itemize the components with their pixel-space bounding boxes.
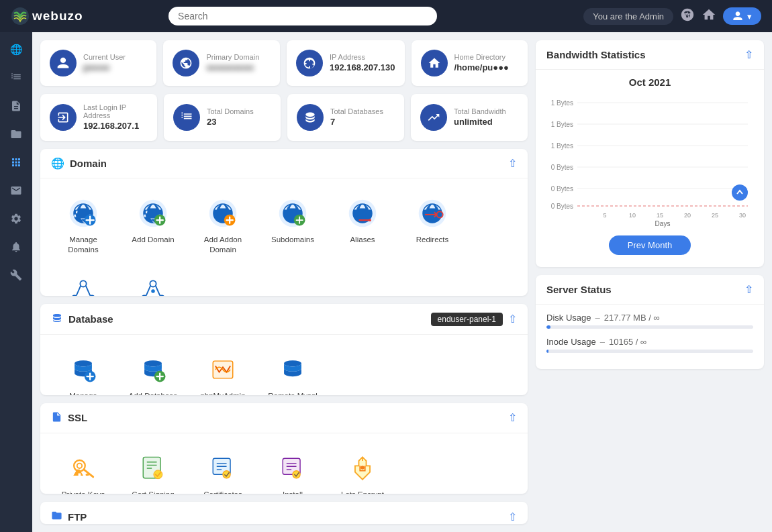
manage-domains-label: Manage Domains — [55, 235, 111, 255]
inode-usage-label-text: Inode Usage — [546, 337, 596, 347]
add-database-icon — [136, 352, 171, 387]
database-section-body: Manage Databases — [40, 335, 528, 395]
svg-text:25: 25 — [712, 212, 718, 219]
database-collapse-btn[interactable]: ⇧ — [508, 313, 517, 325]
ip-address-text: IP Address 192.168.207.130 — [330, 53, 395, 73]
info-card-primary-domain: Primary Domain ●●●●●●●●● — [163, 40, 279, 86]
domain-title-icon: 🌐 — [51, 157, 64, 170]
wordpress-icon-btn[interactable] — [680, 7, 695, 25]
total-databases-value: 7 — [330, 117, 335, 127]
bandwidth-collapse-btn[interactable]: ⇧ — [744, 48, 753, 61]
info-card-current-user: Current User p●●●● — [40, 40, 156, 86]
info-card-home-dir: Home Directory /home/pu●●● — [412, 40, 528, 86]
total-bandwidth-icon — [420, 104, 447, 131]
redirects-icon — [415, 196, 450, 231]
manage-domains-icon — [66, 196, 101, 231]
bandwidth-panel: Bandwidth Statistics ⇧ Oct 2021 1 Bytes … — [536, 40, 764, 267]
sidebar-icon-apps[interactable] — [4, 150, 28, 174]
last-login-value: 192.168.207.1 — [83, 121, 139, 131]
add-database-item[interactable]: Add Database — [121, 345, 185, 395]
current-user-label: Current User — [83, 53, 126, 61]
ssl-section-header: SSL ⇧ — [40, 403, 528, 433]
chart-area: Oct 2021 1 Bytes 1 Bytes 1 Bytes 0 Bytes… — [536, 70, 764, 267]
home-dir-value: /home/pu●●● — [454, 62, 509, 72]
svg-text:20: 20 — [684, 212, 691, 219]
last-login-icon — [50, 104, 77, 131]
primary-domain-text: Primary Domain ●●●●●●●●● — [206, 53, 259, 73]
home-dir-icon — [421, 50, 448, 76]
center-column: Current User p●●●● Primary Domain ●●●●●●… — [40, 40, 528, 524]
total-databases-icon — [297, 104, 324, 131]
sidebar-icon-settings[interactable] — [4, 207, 28, 231]
svg-point-11 — [369, 219, 371, 221]
dns-zone-item[interactable]: DNS Zone Settings — [51, 267, 115, 296]
navbar-logo[interactable]: webuzo — [11, 7, 91, 25]
add-domain-item[interactable]: Add Domain — [121, 189, 185, 262]
sidebar-icon-tools[interactable] — [4, 263, 28, 287]
svg-line-25 — [156, 286, 160, 296]
subdomains-icon — [275, 196, 310, 231]
server-status-title: Server Status — [546, 284, 612, 295]
prev-month-button[interactable]: Prev Month — [609, 235, 691, 255]
server-status-collapse-btn[interactable]: ⇧ — [744, 283, 753, 296]
phpmyadmin-item[interactable]: phpMyAdmin — [191, 345, 255, 395]
subdomains-item[interactable]: Subdomains — [260, 189, 325, 262]
add-addon-domain-icon — [205, 196, 240, 231]
info-card-total-databases: Total Databases 7 — [287, 94, 404, 141]
ftp-collapse-btn[interactable]: ⇧ — [508, 511, 517, 523]
manage-domains-item[interactable]: Manage Domains — [51, 189, 115, 262]
remote-mysql-item[interactable]: Remote Mysql Access — [260, 345, 325, 395]
disk-usage-progress-bg — [546, 325, 753, 329]
certificates-icon — [205, 451, 240, 486]
redirects-item[interactable]: Redirects — [400, 189, 465, 262]
ssl-collapse-btn[interactable]: ⇧ — [508, 411, 517, 424]
total-bandwidth-value: unlimited — [454, 117, 493, 127]
private-keys-item[interactable]: Private Keys — [51, 444, 115, 494]
sidebar-icon-file[interactable] — [4, 94, 28, 118]
cert-signing-label: Cert Signing Request — [132, 490, 174, 494]
search-bar — [168, 7, 437, 25]
sidebar-icon-bell[interactable] — [4, 235, 28, 259]
ssl-title-icon — [51, 411, 62, 425]
svg-text:1 Bytes: 1 Bytes — [551, 121, 573, 128]
user-menu-label: ▾ — [747, 11, 752, 21]
sidebar-icon-list[interactable] — [4, 66, 28, 90]
add-addon-domain-label: Add Addon Domain — [204, 235, 242, 255]
user-menu-btn[interactable]: ▾ — [723, 7, 761, 25]
domain-collapse-btn[interactable]: ⇧ — [508, 157, 517, 170]
install-cert-label: Install Certificate — [264, 490, 321, 494]
ssl-section-title: SSL — [51, 411, 87, 425]
sidebar-icon-folder[interactable] — [4, 122, 28, 146]
wordpress-icon — [680, 7, 695, 22]
info-cards-row2: Last Login IP Address 192.168.207.1 Tota… — [40, 94, 528, 141]
total-databases-text: Total Databases 7 — [330, 107, 383, 127]
svg-text:Days: Days — [655, 220, 671, 227]
lets-encrypt-item[interactable]: Lets Encrypt — [330, 444, 395, 494]
inode-usage-progress-bg — [546, 350, 753, 353]
svg-rect-36 — [86, 474, 89, 476]
network-tools-item[interactable]: Network Tools — [121, 267, 185, 296]
home-icon-btn[interactable] — [702, 7, 716, 25]
cert-signing-item[interactable]: Cert Signing Request — [121, 444, 185, 494]
domain-section-body: Manage Domains Add Domain — [40, 178, 528, 296]
chart-month-label: Oct 2021 — [546, 76, 753, 88]
certificates-label: Certificates — [203, 490, 242, 494]
sidebar-icon-globe[interactable]: 🌐 — [4, 38, 28, 62]
manage-databases-icon — [66, 352, 101, 387]
primary-domain-value: ●●●●●●●●● — [206, 62, 254, 72]
search-input[interactable] — [168, 7, 437, 25]
cert-signing-icon — [136, 451, 171, 486]
certificates-item[interactable]: Certificates — [191, 444, 255, 494]
private-keys-label: Private Keys — [62, 490, 105, 494]
add-addon-domain-item[interactable]: Add Addon Domain — [191, 189, 255, 262]
sidebar-icon-mail[interactable] — [4, 178, 28, 203]
database-title-text: Database — [68, 313, 113, 325]
inode-usage-value: 10165 / ∞ — [609, 337, 646, 347]
phpmyadmin-label: phpMyAdmin — [200, 391, 245, 395]
total-domains-label: Total Domains — [207, 107, 254, 115]
aliases-item[interactable]: Aliases — [330, 189, 395, 262]
ssl-icon-grid: Private Keys — [51, 444, 517, 494]
manage-databases-item[interactable]: Manage Databases — [51, 345, 115, 395]
svg-point-74 — [732, 184, 748, 201]
install-cert-item[interactable]: Install Certificate — [260, 444, 325, 494]
